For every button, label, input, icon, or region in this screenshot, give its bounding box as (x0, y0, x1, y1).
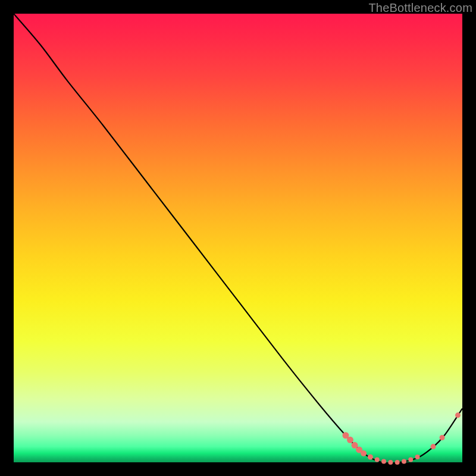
plot-area (14, 14, 462, 462)
curve-markers (342, 412, 461, 465)
curve-marker (402, 459, 406, 464)
curve-marker (395, 460, 400, 465)
chart-svg (14, 14, 462, 462)
curve-marker (368, 454, 373, 459)
curve-marker (408, 457, 413, 462)
curve-marker (381, 459, 386, 464)
watermark-text: TheBottleneck.com (368, 1, 472, 15)
curve-marker (455, 412, 461, 418)
curve-marker (361, 450, 367, 456)
bottleneck-curve (14, 14, 462, 463)
curve-marker (375, 457, 380, 462)
curve-marker (430, 444, 436, 449)
curve-marker (347, 437, 353, 443)
curve-marker (440, 435, 445, 440)
curve-marker (388, 460, 393, 465)
curve-marker (415, 455, 420, 459)
chart-frame: TheBottleneck.com (0, 0, 476, 476)
